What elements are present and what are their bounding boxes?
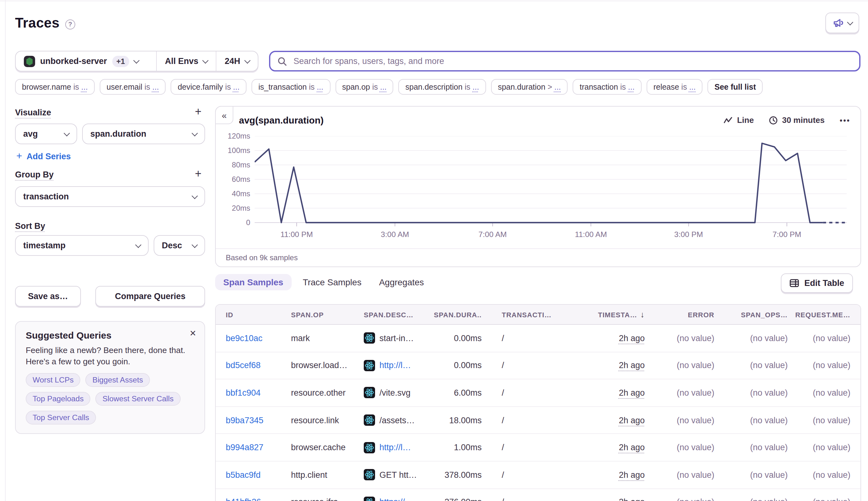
span-description-link[interactable]: https://…: [379, 498, 413, 501]
span-id-link[interactable]: b5bac9fd: [226, 470, 261, 480]
whats-new-button[interactable]: [825, 12, 859, 33]
transaction-cell: /: [492, 434, 573, 461]
column-header-request-me[interactable]: REQUEST.ME…: [798, 305, 860, 324]
filter-chip-value: ...: [152, 83, 159, 91]
suggested-queries-card: Suggested Queries ✕ Feeling like a newb?…: [15, 321, 205, 434]
span-id-link[interactable]: b41bfb26: [226, 498, 261, 501]
clock-icon: [769, 116, 778, 125]
column-header-span-ops[interactable]: SPAN_OPS…: [724, 305, 798, 324]
top-edge-divider: [0, 1, 868, 1]
timestamp-value[interactable]: 2h ago: [619, 388, 645, 397]
column-header-span-desc[interactable]: SPAN.DESC…: [354, 305, 429, 324]
search-bar[interactable]: [269, 51, 860, 72]
project-selector[interactable]: unborked-server +1: [16, 51, 156, 71]
span-ops-cell: (no value): [724, 325, 798, 351]
edit-table-button[interactable]: Edit Table: [781, 274, 853, 293]
search-input[interactable]: [292, 56, 852, 66]
filter-chip-operator: is: [463, 83, 473, 91]
y-axis-tick-label: 0: [218, 218, 250, 227]
project-name: unborked-server: [40, 56, 107, 66]
no-value-text: (no value): [750, 443, 788, 452]
help-icon[interactable]: ?: [65, 19, 75, 29]
sort-field-select[interactable]: timestamp: [15, 235, 149, 256]
save-as-button[interactable]: Save as…: [15, 286, 81, 307]
timestamp-value[interactable]: 2h ago: [619, 443, 645, 452]
duration-line-chart[interactable]: [255, 136, 847, 227]
chart-interval-control[interactable]: 30 minutes: [769, 115, 825, 125]
span-op-cell: resource.ifra…: [281, 489, 354, 501]
compare-queries-button[interactable]: Compare Queries: [95, 286, 205, 307]
column-header-span-dura[interactable]: SPAN.DURA..: [429, 305, 492, 324]
add-series-button[interactable]: +Add Series: [16, 150, 71, 162]
span-id-link[interactable]: be9c10ac: [226, 333, 263, 343]
filter-chip[interactable]: transaction is ...: [573, 79, 642, 95]
error-cell: (no value): [655, 489, 724, 501]
timestamp-value[interactable]: 2h ago: [619, 498, 645, 501]
filter-chip[interactable]: span.duration > ...: [491, 79, 568, 95]
page-filter-bar: unborked-server +1 All Envs 24H: [15, 51, 258, 72]
tab-span-samples[interactable]: Span Samples: [215, 274, 291, 290]
collapse-sidebar-button[interactable]: «: [215, 106, 233, 124]
timestamp-value[interactable]: 2h ago: [619, 470, 645, 480]
timestamp-value[interactable]: 2h ago: [619, 361, 645, 370]
filter-chip[interactable]: device.family is ...: [171, 79, 246, 95]
add-group-by-button[interactable]: +: [192, 169, 204, 180]
no-value-text: (no value): [813, 388, 850, 397]
divider: [216, 248, 860, 249]
field-select[interactable]: span.duration: [82, 124, 205, 144]
see-full-list-button[interactable]: See full list: [708, 79, 763, 95]
x-axis-tick-label: 11:00 AM: [563, 230, 619, 239]
filter-chip-operator: is: [679, 83, 689, 91]
chart-more-button[interactable]: •••: [840, 116, 850, 125]
y-axis-tick-label: 100ms: [218, 146, 250, 155]
suggested-query-pill[interactable]: Top Server Calls: [26, 411, 96, 425]
project-extra-badge: +1: [112, 55, 129, 67]
aggregate-select[interactable]: avg: [15, 124, 77, 144]
megaphone-icon: [833, 18, 843, 28]
suggested-query-pill[interactable]: Biggest Assets: [86, 373, 150, 387]
date-range-selector[interactable]: 24H: [216, 51, 258, 71]
sort-direction-select[interactable]: Desc: [154, 235, 205, 256]
filter-chip[interactable]: is_transaction is ...: [252, 79, 330, 95]
react-platform-icon: [364, 387, 375, 398]
filter-chip[interactable]: user.email is ...: [100, 79, 166, 95]
tab-trace-samples[interactable]: Trace Samples: [296, 274, 368, 290]
filter-chip-operator: is: [307, 83, 317, 91]
timestamp-value[interactable]: 2h ago: [619, 333, 645, 343]
filter-chip-value: ...: [628, 83, 635, 91]
span-id-link[interactable]: b9ba7345: [226, 415, 263, 425]
column-header-label: SPAN_OPS…: [741, 311, 788, 318]
chart-type-control[interactable]: Line: [724, 115, 753, 125]
span-id-link[interactable]: bd5cef68: [226, 361, 261, 370]
column-header-transacti[interactable]: TRANSACTI…: [492, 305, 573, 324]
filter-chip[interactable]: browser.name is ...: [15, 79, 95, 95]
span-id-cell: b5bac9fd: [216, 461, 281, 488]
span-id-link[interactable]: b994a827: [226, 443, 263, 452]
column-header-timesta[interactable]: TIMESTA…↓: [573, 305, 655, 324]
environment-selector[interactable]: All Envs: [157, 51, 216, 71]
suggested-query-pill[interactable]: Slowest Server Calls: [96, 392, 181, 406]
table-row: b41bfb26resource.ifra… https://…276.00ms…: [216, 489, 860, 501]
filter-chip-field: device.family: [178, 83, 223, 91]
timestamp-value[interactable]: 2h ago: [619, 415, 645, 425]
suggested-query-pill[interactable]: Top Pageloads: [26, 392, 91, 406]
suggested-query-pill[interactable]: Worst LCPs: [26, 373, 81, 387]
add-visualize-button[interactable]: +: [192, 107, 204, 118]
filter-chip-value: ...: [317, 83, 323, 91]
span-description-link[interactable]: http://l…: [379, 443, 411, 452]
column-header-error[interactable]: ERROR: [655, 305, 724, 324]
column-header-span-op[interactable]: SPAN.OP: [281, 305, 354, 324]
group-by-label: Group By: [15, 170, 54, 179]
tab-aggregates[interactable]: Aggregates: [373, 274, 430, 290]
filter-chip[interactable]: span.description is ...: [399, 79, 486, 95]
span-id-link[interactable]: bbf1c904: [226, 388, 261, 397]
chart-type-label: Line: [737, 115, 753, 125]
close-icon[interactable]: ✕: [189, 329, 196, 338]
filter-chip[interactable]: span.op is ...: [335, 79, 393, 95]
span-description-link[interactable]: http://l…: [379, 361, 411, 370]
error-cell: (no value): [655, 379, 724, 406]
group-by-select[interactable]: transaction: [15, 186, 205, 207]
filter-chip-value: ...: [81, 83, 88, 91]
filter-chip[interactable]: release is ...: [647, 79, 703, 95]
column-header-id[interactable]: ID: [216, 305, 281, 324]
